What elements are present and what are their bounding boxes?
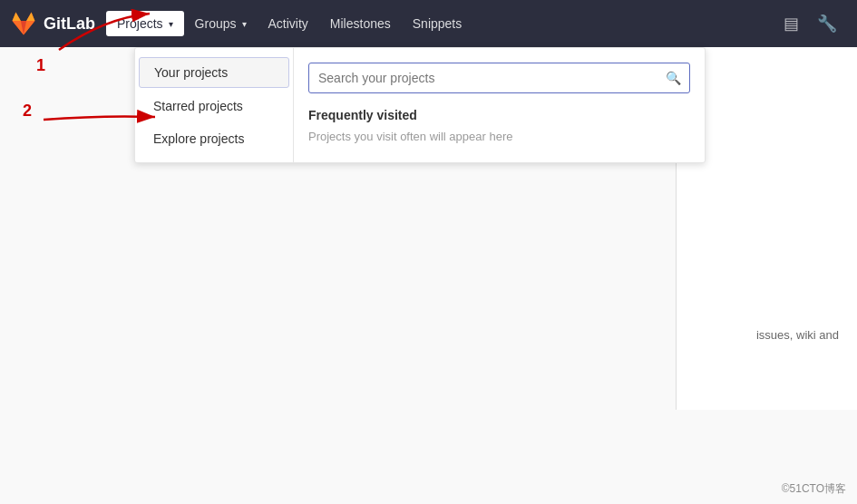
- groups-label: Groups: [195, 16, 237, 31]
- projects-dropdown: Your projects Starred projects Explore p…: [134, 47, 706, 163]
- projects-chevron-icon: ▾: [169, 19, 173, 29]
- frequently-visited-subtitle: Projects you visit often will appear her…: [308, 130, 690, 143]
- activity-nav-item[interactable]: Activity: [258, 11, 319, 36]
- bar-chart-icon[interactable]: ▤: [774, 8, 808, 39]
- groups-nav-item[interactable]: Groups ▾: [184, 11, 258, 36]
- watermark: ©51CTO博客: [782, 481, 846, 497]
- search-icon: 🔍: [666, 71, 681, 85]
- frequently-visited-title: Frequently visited: [308, 108, 690, 122]
- your-projects-item[interactable]: Your projects: [139, 57, 289, 88]
- dropdown-sidebar: Your projects Starred projects Explore p…: [135, 48, 294, 162]
- dropdown-content: 🔍 Frequently visited Projects you visit …: [294, 48, 705, 162]
- brand-logo[interactable]: GitLab: [11, 11, 95, 36]
- gitlab-icon: [11, 11, 36, 36]
- projects-label: Projects: [117, 16, 163, 31]
- search-wrapper: 🔍: [308, 63, 690, 93]
- brand-name: GitLab: [44, 15, 95, 34]
- page-content: issues, wiki and Your projects Starred p…: [0, 47, 857, 504]
- starred-projects-item[interactable]: Starred projects: [135, 90, 293, 122]
- bg-issues-text: issues, wiki and: [756, 328, 839, 342]
- wrench-icon[interactable]: 🔧: [808, 8, 846, 39]
- activity-label: Activity: [268, 16, 308, 31]
- search-input[interactable]: [308, 63, 690, 93]
- snippets-nav-item[interactable]: Snippets: [402, 11, 472, 36]
- top-navbar: GitLab Projects ▾ Groups ▾ Activity Mile…: [0, 0, 857, 47]
- snippets-label: Snippets: [413, 16, 462, 31]
- explore-projects-item[interactable]: Explore projects: [135, 122, 293, 155]
- annotation-number-2: 2: [23, 102, 32, 121]
- milestones-label: Milestones: [330, 16, 391, 31]
- groups-chevron-icon: ▾: [242, 19, 247, 29]
- annotation-number-1: 1: [36, 56, 45, 75]
- projects-nav-item[interactable]: Projects ▾: [106, 11, 184, 36]
- milestones-nav-item[interactable]: Milestones: [319, 11, 402, 36]
